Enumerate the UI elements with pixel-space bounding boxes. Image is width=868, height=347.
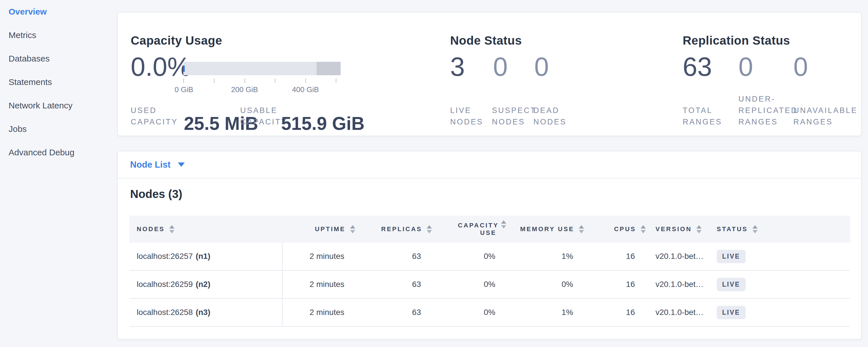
sidebar-item-statements[interactable]: Statements [8, 77, 103, 88]
sidebar-item-jobs[interactable]: Jobs [8, 124, 103, 134]
sidebar-item-overview[interactable]: Overview [8, 6, 103, 17]
uptime-cell: 2 minutes [283, 271, 355, 298]
cpus-cell: 16 [584, 298, 646, 326]
used-capacity-label: USED CAPACITY [131, 105, 178, 128]
cpus-cell: 16 [584, 243, 646, 270]
column-header-status[interactable]: STATUS [710, 216, 850, 243]
axis-tick [336, 78, 336, 83]
status-badge: LIVE [717, 250, 746, 263]
memory-use-cell: 1% [506, 243, 584, 270]
status-cell: LIVE [710, 271, 850, 298]
column-header-nodes[interactable]: NODES [129, 216, 283, 243]
column-header-uptime[interactable]: UPTIME [283, 216, 355, 243]
usable-capacity-label: USABLE CAPACITY [240, 105, 287, 128]
node-status-title: Node Status [450, 34, 522, 48]
cluster-summary-card: Capacity Usage 0.0% 0 GiB 200 GiB 400 Gi… [117, 12, 862, 136]
sort-arrows-icon [579, 225, 584, 233]
sort-arrows-icon [641, 225, 646, 233]
node-list-dropdown-label: Node List [130, 160, 170, 170]
column-header-replicas[interactable]: REPLICAS [355, 216, 432, 243]
node-list-card: Node List Nodes (3) NODES UPTIME REPLICA… [117, 151, 862, 340]
memory-use-cell: 1% [506, 298, 584, 326]
sidebar-item-advanced-debug[interactable]: Advanced Debug [8, 147, 103, 158]
suspect-nodes-count: 0 [493, 54, 508, 80]
sidebar: Overview Metrics Databases Statements Ne… [0, 0, 117, 347]
sidebar-item-metrics[interactable]: Metrics [8, 30, 103, 41]
replicas-cell: 63 [355, 271, 432, 298]
node-address-cell[interactable]: localhost:26258 (n3) [129, 298, 283, 326]
capacity-use-cell: 0% [432, 271, 506, 298]
under-replicated-ranges-count: 0 [739, 54, 753, 80]
axis-tick [214, 78, 215, 83]
table-row-node-1: localhost:26257 (n1) 2 minutes 63 0% 1% … [129, 243, 850, 271]
capacity-use-cell: 0% [432, 243, 506, 270]
uptime-cell: 2 minutes [283, 243, 355, 270]
table-row-node-2: localhost:26259 (n2) 2 minutes 63 0% 0% … [129, 271, 850, 298]
under-replicated-ranges-label: UNDER-REPLICATED RANGES [739, 93, 800, 128]
sidebar-item-network-latency[interactable]: Network Latency [8, 100, 103, 111]
cpus-cell: 16 [584, 271, 646, 298]
version-cell: v20.1.0-bet… [646, 271, 710, 298]
sort-arrows-icon [752, 225, 757, 233]
sort-arrows-icon [696, 225, 702, 233]
axis-tick [305, 78, 306, 83]
axis-label-200gib: 200 GiB [231, 85, 258, 94]
usable-capacity-value: 515.9 GiB [281, 115, 365, 133]
capacity-used-percent: 0.0% [131, 54, 191, 80]
capacity-usage-title: Capacity Usage [131, 34, 222, 48]
version-cell: v20.1.0-bet… [646, 298, 710, 326]
column-header-version[interactable]: VERSION [646, 216, 710, 243]
status-cell: LIVE [710, 243, 850, 270]
unavailable-ranges-count: 0 [793, 54, 808, 80]
axis-tick [183, 78, 184, 83]
memory-use-cell: 0% [506, 271, 584, 298]
sort-arrows-icon [501, 220, 506, 228]
live-nodes-label: LIVE NODES [450, 105, 489, 128]
node-address-cell[interactable]: localhost:26257 (n1) [129, 243, 283, 270]
total-ranges-label: TOTAL RANGES [683, 105, 733, 128]
version-cell: v20.1.0-bet… [646, 243, 710, 270]
sort-arrows-icon [169, 225, 175, 233]
sidebar-item-databases[interactable]: Databases [8, 53, 103, 64]
capacity-use-cell: 0% [432, 298, 506, 326]
nodes-table-header: NODES UPTIME REPLICAS CAPACITY USE MEMOR… [129, 216, 850, 243]
column-header-cpus[interactable]: CPUS [584, 216, 646, 243]
capacity-bar-used-segment [183, 65, 185, 72]
unavailable-ranges-label: UNAVAILABLE RANGES [793, 105, 865, 128]
axis-label-0gib: 0 GiB [175, 85, 193, 94]
replication-status-title: Replication Status [683, 34, 790, 48]
status-cell: LIVE [710, 298, 850, 326]
axis-tick [245, 78, 245, 83]
capacity-bar-chart: 0 GiB 200 GiB 400 GiB [183, 62, 341, 96]
total-ranges-count: 63 [683, 54, 712, 80]
uptime-cell: 2 minutes [283, 298, 355, 326]
axis-tick [275, 78, 275, 83]
chevron-down-icon [178, 162, 185, 167]
replicas-cell: 63 [355, 243, 432, 270]
status-badge: LIVE [717, 278, 746, 291]
live-nodes-count: 3 [450, 54, 465, 80]
status-badge: LIVE [717, 306, 746, 319]
dead-nodes-count: 0 [534, 54, 549, 80]
table-row-node-3: localhost:26258 (n3) 2 minutes 63 0% 1% … [129, 298, 850, 327]
node-address-cell[interactable]: localhost:26259 (n2) [129, 271, 283, 298]
nodes-table: NODES UPTIME REPLICAS CAPACITY USE MEMOR… [129, 216, 850, 327]
capacity-bar-reserved-segment [317, 62, 341, 75]
column-header-memory-use[interactable]: MEMORY USE [506, 216, 584, 243]
nodes-heading: Nodes (3) [130, 187, 861, 201]
node-list-dropdown[interactable]: Node List [118, 151, 861, 179]
suspect-nodes-label: SUSPECT NODES [492, 105, 533, 128]
column-header-capacity-use[interactable]: CAPACITY USE [432, 216, 506, 243]
axis-label-400gib: 400 GiB [292, 85, 319, 94]
replicas-cell: 63 [355, 298, 432, 326]
sort-arrows-icon [427, 225, 432, 233]
dead-nodes-label: DEAD NODES [533, 105, 572, 128]
sort-arrows-icon [350, 225, 355, 233]
